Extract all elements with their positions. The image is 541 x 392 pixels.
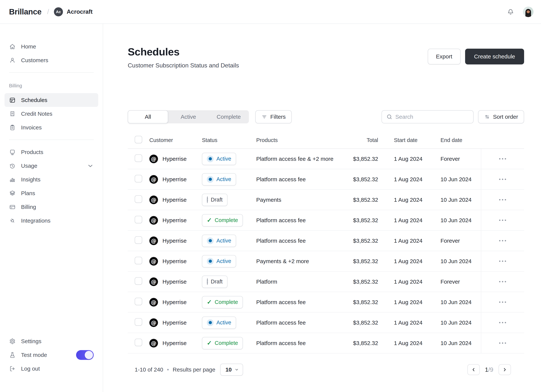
tab-all[interactable]: All (128, 110, 168, 124)
row-actions-button[interactable] (496, 197, 509, 202)
row-actions-button[interactable] (496, 299, 509, 305)
customer-name: Hyperrise (162, 197, 187, 203)
status-badge: Active (202, 316, 236, 329)
customer-logo-icon: @ (149, 155, 158, 163)
row-actions-button[interactable] (496, 177, 509, 182)
svg-text:@: @ (151, 299, 156, 305)
row-checkbox[interactable] (135, 155, 142, 162)
breadcrumb-separator: / (47, 8, 49, 16)
check-icon: ✓ (207, 299, 212, 305)
home-icon (9, 43, 16, 50)
invoices-icon (9, 124, 16, 131)
end-date-cell: 10 Jun 2024 (441, 340, 481, 346)
products-cell: Platform access fee (256, 320, 344, 326)
row-checkbox[interactable] (135, 175, 142, 182)
sidebar-item-insights[interactable]: Insights (5, 173, 98, 186)
row-checkbox[interactable] (135, 216, 142, 223)
test-mode-toggle[interactable] (76, 350, 94, 360)
logout-icon (9, 365, 16, 372)
toggle-knob (85, 351, 93, 359)
table-row: @ Hyperrise Active Platform access fee &… (128, 149, 524, 169)
sidebar-item-test-mode[interactable]: Test mode (5, 348, 98, 362)
end-date-cell: 10 Jun 2024 (441, 217, 481, 223)
user-avatar[interactable] (523, 7, 533, 17)
tab-active[interactable]: Active (168, 110, 208, 124)
table-row: @ Hyperrise Active Payments & +2 more $3… (128, 251, 524, 272)
create-schedule-button[interactable]: Create schedule (465, 49, 524, 64)
start-date-cell: 1 Aug 2024 (378, 217, 441, 223)
search-input[interactable] (395, 114, 469, 120)
row-actions-button[interactable] (496, 156, 509, 161)
row-checkbox[interactable] (135, 195, 142, 203)
row-actions-button[interactable] (496, 238, 509, 243)
sidebar-item-label: Home (21, 43, 36, 50)
sidebar-item-usage[interactable]: Usage (5, 159, 98, 173)
sidebar-item-log-out[interactable]: Log out (5, 362, 98, 376)
row-actions-button[interactable] (496, 279, 509, 284)
status-label: Complete (215, 340, 238, 346)
select-all-checkbox[interactable] (135, 136, 142, 143)
end-date-cell: 10 Jun 2024 (441, 197, 481, 203)
end-date-cell: Forever (441, 156, 481, 162)
table-header: Customer Status Products Total Start dat… (128, 132, 524, 149)
sidebar-item-credit-notes[interactable]: Credit Notes (5, 107, 98, 121)
row-checkbox[interactable] (135, 257, 142, 264)
table-row: @ Hyperrise Draft Platform $3,852.32 1 A… (128, 272, 524, 292)
row-checkbox[interactable] (135, 277, 142, 285)
usage-icon (9, 162, 16, 169)
sidebar-item-invoices[interactable]: Invoices (5, 121, 98, 134)
row-actions-button[interactable] (496, 320, 509, 325)
sidebar-item-home[interactable]: Home (5, 40, 98, 53)
draft-ring-icon (207, 196, 208, 203)
row-checkbox[interactable] (135, 339, 142, 346)
row-checkbox[interactable] (135, 318, 142, 326)
row-actions-button[interactable] (496, 218, 509, 223)
row-actions-button[interactable] (496, 340, 509, 346)
page-indicator: 1/9 (485, 366, 493, 373)
svg-text:@: @ (151, 320, 156, 326)
table-row: @ Hyperrise Active Platform access fee $… (128, 169, 524, 190)
schedules-table: Customer Status Products Total Start dat… (128, 132, 524, 354)
start-date-cell: 1 Aug 2024 (378, 340, 441, 346)
row-checkbox[interactable] (135, 236, 142, 244)
row-checkbox[interactable] (135, 298, 142, 305)
breadcrumb-org[interactable]: Ac Acrocraft (54, 7, 93, 16)
row-actions-button[interactable] (496, 259, 509, 264)
column-header-products: Products (256, 137, 344, 143)
billing-icon (9, 204, 16, 210)
total-cell: $3,852.32 (344, 237, 378, 244)
sidebar-item-schedules[interactable]: Schedules (5, 93, 98, 107)
sidebar-item-plans[interactable]: Plans (5, 186, 98, 200)
next-page-button[interactable] (499, 364, 511, 375)
previous-page-button[interactable] (467, 364, 480, 375)
sidebar-item-label: Plans (21, 190, 35, 196)
export-button[interactable]: Export (428, 49, 461, 64)
per-page-select[interactable]: 10 (220, 364, 243, 376)
sidebar-item-integrations[interactable]: Integrations (5, 214, 98, 227)
customer-name: Hyperrise (162, 320, 187, 326)
status-label: Draft (211, 279, 223, 285)
svg-text:@: @ (151, 340, 156, 346)
table-row: @ Hyperrise Active Platform access fee $… (128, 313, 524, 333)
sidebar-item-products[interactable]: Products (5, 145, 98, 159)
bell-icon[interactable] (506, 7, 515, 16)
org-avatar: Ac (54, 7, 63, 16)
total-cell: $3,852.32 (344, 340, 378, 346)
end-date-cell: 10 Jun 2024 (441, 299, 481, 305)
sort-order-label: Sort order (493, 114, 518, 120)
total-cell: $3,852.32 (344, 258, 378, 264)
active-dot-icon (207, 237, 213, 244)
status-badge: ✓ Complete (202, 296, 243, 308)
status-badge: ✓ Complete (202, 337, 243, 349)
sidebar-item-billing[interactable]: Billing (5, 200, 98, 214)
tab-complete[interactable]: Complete (208, 110, 249, 124)
customer-name: Hyperrise (162, 176, 187, 183)
sort-icon (484, 114, 490, 120)
status-badge: Active (202, 153, 236, 165)
sort-order-button[interactable]: Sort order (478, 110, 524, 124)
total-cell: $3,852.32 (344, 299, 378, 305)
sidebar-item-settings[interactable]: Settings (5, 334, 98, 348)
sidebar-item-label: Log out (21, 366, 40, 372)
filters-button[interactable]: Filters (255, 110, 292, 124)
sidebar-item-customers[interactable]: Customers (5, 53, 98, 67)
